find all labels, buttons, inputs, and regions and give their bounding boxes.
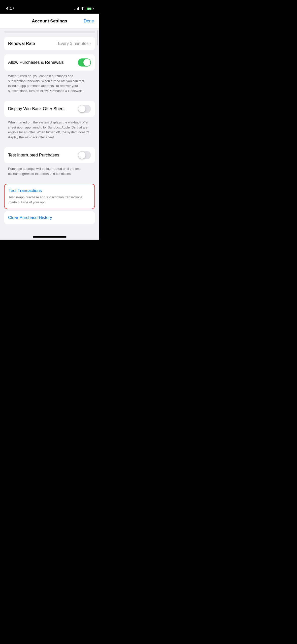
status-bar: 4:17 90 xyxy=(0,0,99,14)
test-interrupted-toggle[interactable] xyxy=(78,151,91,159)
test-interrupted-label: Test Interrupted Purchases xyxy=(8,153,59,158)
done-button[interactable]: Done xyxy=(84,19,94,24)
test-interrupted-section: Test Interrupted Purchases Purchase atte… xyxy=(4,147,95,180)
renewal-rate-label: Renewal Rate xyxy=(8,41,35,46)
battery-icon: 90 xyxy=(86,7,93,10)
home-bar xyxy=(33,236,67,238)
scroll-indicator xyxy=(4,31,95,33)
status-time: 4:17 xyxy=(6,6,14,11)
renewal-rate-card[interactable]: Renewal Rate Every 3 minutes › xyxy=(4,37,95,50)
scrollbar[interactable] xyxy=(97,30,98,45)
win-back-description: When turned on, the system displays the … xyxy=(4,119,95,143)
allow-purchases-label: Allow Purchases & Renewals xyxy=(8,60,64,65)
allow-purchases-toggle[interactable] xyxy=(78,58,91,67)
wifi-icon xyxy=(80,7,84,11)
win-back-card: Display Win-Back Offer Sheet xyxy=(4,101,95,117)
win-back-label: Display Win-Back Offer Sheet xyxy=(8,106,65,111)
test-interrupted-description: Purchase attempts will be interrupted un… xyxy=(4,165,95,180)
test-transactions-card[interactable]: Test Transactions Test in-app purchase a… xyxy=(4,184,95,209)
renewal-rate-value: Every 3 minutes › xyxy=(58,41,91,46)
test-transactions-title: Test Transactions xyxy=(9,188,90,193)
test-interrupted-card: Test Interrupted Purchases xyxy=(4,147,95,163)
nav-title: Account Settings xyxy=(32,19,67,24)
clear-history-label: Clear Purchase History xyxy=(8,215,52,220)
win-back-section: Display Win-Back Offer Sheet When turned… xyxy=(4,101,95,143)
allow-purchases-section: Allow Purchases & Renewals When turned o… xyxy=(4,54,95,97)
content-area: Renewal Rate Every 3 minutes › Allow Pur… xyxy=(0,33,99,234)
signal-icon xyxy=(74,7,79,10)
allow-purchases-description: When turned on, you can test purchases a… xyxy=(4,73,95,97)
clear-purchase-history-card[interactable]: Clear Purchase History xyxy=(4,211,95,224)
allow-purchases-card: Allow Purchases & Renewals xyxy=(4,54,95,71)
status-icons: 90 xyxy=(74,7,93,11)
home-indicator xyxy=(0,234,99,240)
test-transactions-description: Test in-app purchase and subscription tr… xyxy=(9,195,90,205)
chevron-icon: › xyxy=(90,41,91,46)
nav-bar: Account Settings Done xyxy=(0,14,99,29)
win-back-toggle[interactable] xyxy=(78,105,91,113)
